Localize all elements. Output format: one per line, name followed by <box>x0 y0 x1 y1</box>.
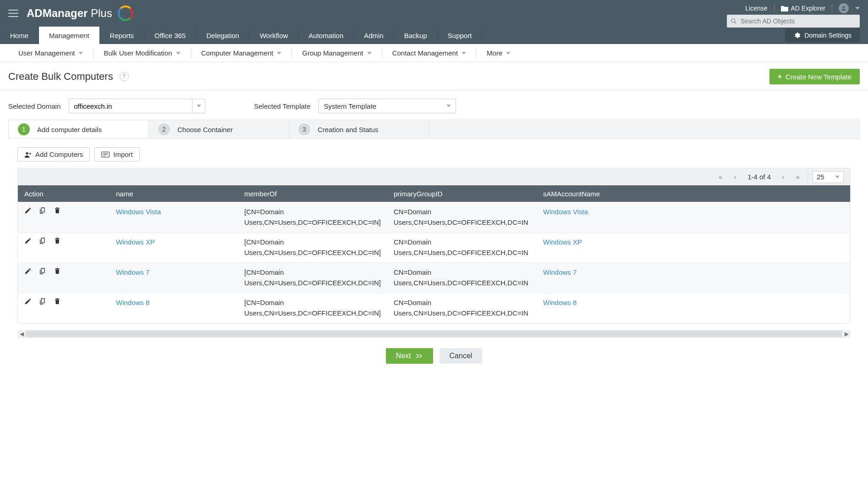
nav-tab-automation[interactable]: Automation <box>298 27 354 44</box>
divider <box>832 5 832 12</box>
delete-icon[interactable] <box>54 298 62 306</box>
row-memberof: [CN=Domain Users,CN=Users,DC=OFFICEEXCH,… <box>238 267 387 288</box>
wizard-step-1[interactable]: 1Add computer details <box>9 120 149 139</box>
row-sam-link[interactable]: Windows Vista <box>543 208 588 216</box>
copy-icon[interactable] <box>39 237 47 245</box>
col-action: Action <box>18 190 110 198</box>
subnav-computer-management[interactable]: Computer Management <box>191 49 292 57</box>
brand-logo[interactable]: ADManager Plus <box>27 6 133 21</box>
copy-icon[interactable] <box>39 207 47 215</box>
row-sam-link[interactable]: Windows XP <box>543 238 582 246</box>
search-icon <box>727 18 741 24</box>
edit-icon[interactable] <box>24 267 33 276</box>
subnav-contact-management[interactable]: Contact Management <box>382 49 476 57</box>
page-title: Create Bulk Computers <box>8 71 113 83</box>
row-name-link[interactable]: Windows 7 <box>116 268 149 276</box>
step-number: 1 <box>18 123 30 135</box>
subnav-group-management[interactable]: Group Management <box>292 49 381 57</box>
divider <box>808 172 808 182</box>
chevron-down-icon[interactable] <box>855 7 860 10</box>
create-new-template-button[interactable]: + Create New Template <box>769 69 860 84</box>
cancel-button[interactable]: Cancel <box>439 348 483 364</box>
table-row: Windows 7[CN=Domain Users,CN=Users,DC=OF… <box>18 262 850 293</box>
scroll-left-icon[interactable]: ◀ <box>17 331 26 337</box>
nav-tab-workflow[interactable]: Workflow <box>250 27 298 44</box>
help-icon[interactable]: ? <box>120 72 129 81</box>
license-link[interactable]: License <box>745 5 767 12</box>
subnav-label: More <box>487 49 502 57</box>
add-computers-button[interactable]: Add Computers <box>17 147 90 161</box>
wizard-step-3[interactable]: 3Creation and Status <box>289 120 429 139</box>
pager-next-button[interactable]: › <box>778 172 788 182</box>
delete-icon[interactable] <box>54 267 62 276</box>
domain-settings-button[interactable]: Domain Settings <box>785 28 860 42</box>
subnav-label: User Management <box>18 49 75 57</box>
user-menu[interactable] <box>839 3 849 13</box>
subnav-label: Group Management <box>302 49 363 57</box>
nav-tab-management[interactable]: Management <box>39 27 100 44</box>
selector-row: Selected Domain Selected Template System… <box>0 90 868 120</box>
step-label: Choose Container <box>177 126 233 133</box>
row-actions <box>18 207 110 215</box>
edit-icon[interactable] <box>24 237 33 245</box>
ad-explorer-link[interactable]: AD Explorer <box>781 5 825 12</box>
wizard-filler <box>429 120 859 139</box>
row-name-link[interactable]: Windows 8 <box>116 299 149 306</box>
copy-icon[interactable] <box>39 267 47 276</box>
nav-tab-backup[interactable]: Backup <box>394 27 438 44</box>
chevron-down-icon <box>197 105 201 107</box>
page-header: Create Bulk Computers ? + Create New Tem… <box>0 62 868 90</box>
copy-icon[interactable] <box>39 298 47 306</box>
delete-icon[interactable] <box>54 207 62 215</box>
nav-tab-home[interactable]: Home <box>0 27 39 44</box>
import-button[interactable]: Import <box>94 147 140 161</box>
nav-tab-reports[interactable]: Reports <box>100 27 145 44</box>
row-primarygroupid: CN=Domain Users,CN=Users,DC=OFFICEEXCH,D… <box>387 298 537 318</box>
nav-tab-admin[interactable]: Admin <box>354 27 394 44</box>
scroll-right-icon[interactable]: ▶ <box>842 331 851 337</box>
svg-point-0 <box>731 19 735 22</box>
svg-line-1 <box>735 22 736 24</box>
row-sam-link[interactable]: Windows 8 <box>543 299 577 306</box>
edit-icon[interactable] <box>24 207 33 215</box>
row-name-link[interactable]: Windows Vista <box>116 208 161 216</box>
selected-domain-dropdown-button[interactable] <box>192 99 205 113</box>
nav-tab-office-365[interactable]: Office 365 <box>144 27 196 44</box>
chevron-down-icon <box>506 52 511 55</box>
search-input[interactable] <box>741 17 860 25</box>
table-toolbar: Add Computers Import <box>0 139 868 168</box>
selected-domain-label: Selected Domain <box>8 102 60 110</box>
search-box[interactable] <box>727 15 860 28</box>
row-name-link[interactable]: Windows XP <box>116 238 155 246</box>
step-number: 3 <box>298 123 310 135</box>
wizard-step-2[interactable]: 2Choose Container <box>149 120 289 139</box>
col-memberof: memberOf <box>238 190 387 198</box>
selected-template-combo[interactable]: System Template <box>319 99 456 113</box>
row-sam-link[interactable]: Windows 7 <box>543 268 577 276</box>
delete-icon[interactable] <box>54 237 62 245</box>
row-memberof: [CN=Domain Users,CN=Users,DC=OFFICEEXCH,… <box>238 207 387 228</box>
col-primarygroupid: primaryGroupID <box>387 190 537 198</box>
brand-bold: ADManager <box>27 7 88 19</box>
pager-first-button[interactable]: « <box>715 172 725 182</box>
scroll-track[interactable] <box>26 331 842 337</box>
horizontal-scrollbar[interactable]: ◀ ▶ <box>17 330 851 338</box>
subnav-user-management[interactable]: User Management <box>8 49 93 57</box>
nav-tab-support[interactable]: Support <box>438 27 483 44</box>
row-primarygroupid: CN=Domain Users,CN=Users,DC=OFFICEEXCH,D… <box>387 267 537 288</box>
selected-domain-input[interactable] <box>69 99 192 113</box>
nav-tab-delegation[interactable]: Delegation <box>196 27 250 44</box>
menu-icon[interactable] <box>8 10 18 17</box>
page-size-select[interactable]: 25 <box>813 171 844 183</box>
subnav-more[interactable]: More <box>477 49 521 57</box>
step-label: Creation and Status <box>318 126 379 133</box>
pager-prev-button[interactable]: ‹ <box>730 172 740 182</box>
import-label: Import <box>113 150 133 158</box>
row-primarygroupid: CN=Domain Users,CN=Users,DC=OFFICEEXCH,D… <box>387 207 537 228</box>
pager-last-button[interactable]: » <box>793 172 803 182</box>
step-number: 2 <box>158 123 170 135</box>
next-button[interactable]: Next <box>386 348 433 364</box>
selected-domain-combo[interactable] <box>69 99 205 113</box>
edit-icon[interactable] <box>24 298 33 306</box>
subnav-bulk-user-modification[interactable]: Bulk User Modification <box>93 49 190 57</box>
